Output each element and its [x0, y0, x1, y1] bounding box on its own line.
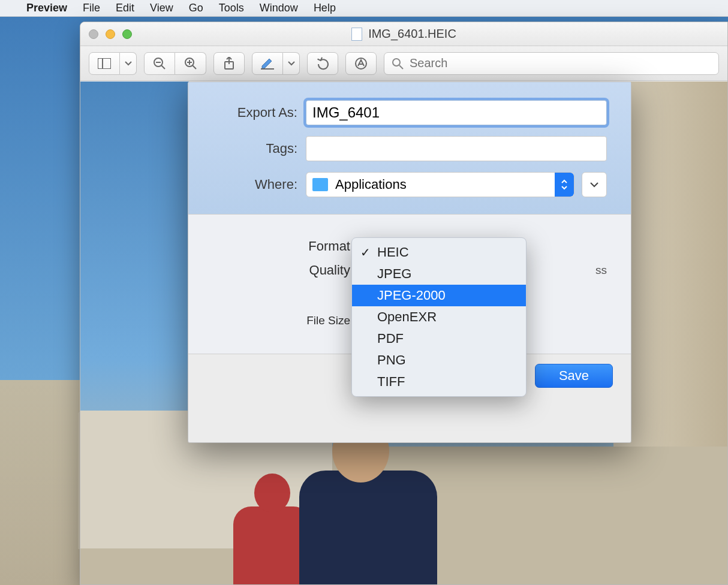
filesize-label: File Size: [212, 314, 350, 327]
menu-go[interactable]: Go: [189, 2, 203, 14]
markup-button[interactable]: [345, 52, 377, 75]
format-option-tiff[interactable]: TIFF: [352, 371, 526, 393]
updown-icon: [555, 173, 574, 197]
format-option-openexr[interactable]: OpenEXR: [352, 306, 526, 328]
format-label: Format: [212, 239, 350, 254]
export-as-input[interactable]: [306, 100, 607, 125]
document-icon: [351, 28, 362, 41]
menu-file[interactable]: File: [83, 2, 100, 14]
svg-point-14: [393, 59, 400, 66]
menu-help[interactable]: Help: [314, 2, 336, 14]
share-button[interactable]: [213, 52, 245, 75]
save-button[interactable]: Save: [535, 364, 613, 388]
search-input[interactable]: [410, 56, 711, 70]
format-option-heic[interactable]: HEIC: [352, 242, 526, 263]
menu-window[interactable]: Window: [260, 2, 298, 14]
format-dropdown[interactable]: HEIC JPEG JPEG-2000 OpenEXR PDF PNG TIFF: [351, 237, 527, 397]
menu-view[interactable]: View: [150, 2, 173, 14]
svg-line-15: [399, 65, 403, 69]
preview-toolbar: [80, 46, 727, 81]
format-option-pdf[interactable]: PDF: [352, 328, 526, 349]
app-name[interactable]: Preview: [26, 2, 67, 14]
svg-rect-0: [98, 58, 111, 69]
highlight-chevron-icon[interactable]: [283, 52, 300, 75]
search-icon: [392, 58, 404, 70]
svg-rect-12: [261, 68, 274, 70]
format-option-jpeg[interactable]: JPEG: [352, 263, 526, 285]
quality-hint: ss: [595, 264, 607, 277]
svg-marker-11: [262, 59, 272, 68]
sidebar-toggle-button[interactable]: [89, 52, 120, 75]
svg-line-3: [161, 65, 165, 69]
window-zoom-icon[interactable]: [122, 29, 132, 39]
where-expand-button[interactable]: [582, 172, 607, 197]
where-value: Applications: [335, 177, 407, 192]
menu-tools[interactable]: Tools: [219, 2, 244, 14]
format-option-jpeg2000[interactable]: JPEG-2000: [352, 285, 526, 306]
window-title: IMG_6401.HEIC: [368, 27, 456, 41]
sidebar-toggle-chevron-icon[interactable]: [120, 52, 137, 75]
tags-input[interactable]: [306, 136, 607, 161]
tags-label: Tags:: [212, 141, 297, 156]
rotate-button[interactable]: [307, 52, 338, 75]
where-select[interactable]: Applications: [306, 172, 574, 197]
format-option-png[interactable]: PNG: [352, 349, 526, 371]
macos-menubar: Preview File Edit View Go Tools Window H…: [0, 0, 728, 17]
where-label: Where:: [212, 177, 297, 192]
zoom-in-button[interactable]: [175, 52, 206, 75]
highlight-button[interactable]: [252, 52, 283, 75]
zoom-out-button[interactable]: [144, 52, 175, 75]
export-as-label: Export As:: [212, 105, 297, 120]
window-close-icon[interactable]: [89, 29, 98, 39]
toolbar-search[interactable]: [384, 52, 719, 75]
quality-label: Quality: [212, 263, 350, 278]
window-titlebar[interactable]: IMG_6401.HEIC: [80, 22, 727, 46]
window-minimize-icon[interactable]: [106, 29, 115, 39]
menu-edit[interactable]: Edit: [116, 2, 134, 14]
svg-line-6: [192, 65, 196, 69]
folder-icon: [312, 178, 328, 191]
